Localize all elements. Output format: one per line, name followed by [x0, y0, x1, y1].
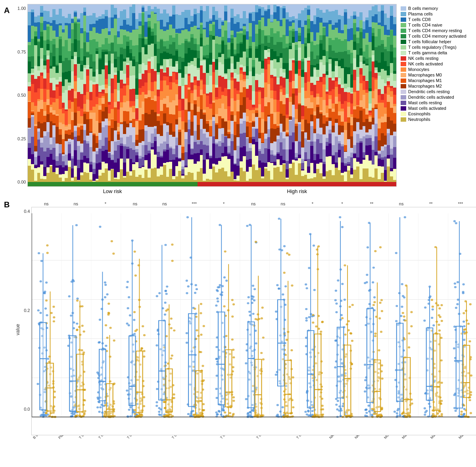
bar-col: [138, 4, 142, 182]
bar-segment: [184, 110, 188, 122]
bar-segment: [120, 102, 123, 108]
bar-segment: [65, 72, 68, 79]
svg-point-1355: [404, 216, 406, 218]
bar-segment: [249, 148, 252, 151]
bar-segment: [304, 98, 307, 106]
bar-segment: [148, 59, 151, 61]
bar-segment: [310, 115, 313, 121]
sig-cell: ***: [446, 198, 476, 207]
bar-segment: [181, 121, 184, 130]
svg-point-923: [278, 218, 280, 220]
x-label-cell: B cells memory: [31, 435, 57, 463]
bar-segment: [387, 78, 390, 81]
bar-segment: [114, 15, 117, 19]
bar-segment: [148, 153, 151, 168]
bar-segment: [52, 4, 56, 9]
bar-segment: [142, 101, 145, 114]
bar-segment: [46, 114, 50, 122]
bar-segment: [338, 78, 341, 84]
bar-segment: [252, 113, 255, 121]
svg-point-696: [223, 276, 226, 278]
svg-point-552: [167, 308, 169, 310]
bar-segment: [328, 91, 332, 95]
svg-point-1203: [349, 306, 351, 308]
bar-segment: [393, 106, 396, 113]
bar-segment: [172, 73, 175, 82]
bar-segment: [138, 79, 142, 88]
bar-segment: [28, 61, 31, 74]
bar-segment: [393, 17, 396, 24]
bar-segment: [181, 12, 184, 28]
bar-segment: [43, 179, 46, 182]
bar-segment: [178, 73, 181, 86]
bar-segment: [46, 4, 50, 11]
bar-segment: [332, 58, 335, 72]
bar-segment: [378, 95, 381, 103]
bar-segment: [52, 172, 56, 182]
bar-segment: [86, 163, 89, 173]
bar-segment: [328, 156, 332, 170]
bar-segment: [381, 133, 384, 146]
bar-segment: [120, 48, 123, 54]
svg-point-736: [218, 411, 221, 413]
bar-segment: [178, 4, 181, 15]
bar-segment: [240, 147, 243, 161]
bar-segment: [117, 127, 120, 131]
bar-col: [129, 4, 132, 182]
bar-segment: [298, 36, 301, 40]
bar-segment: [154, 137, 157, 142]
bar-segment: [243, 11, 246, 24]
bar-segment: [218, 141, 221, 146]
bar-segment: [157, 75, 160, 90]
bar-segment: [31, 12, 34, 26]
bar-segment: [393, 88, 396, 95]
bar-segment: [160, 53, 163, 65]
bar-segment: [328, 99, 332, 109]
svg-point-214: [79, 305, 82, 307]
bar-col: [111, 4, 114, 182]
legend-a-color: [401, 117, 406, 122]
bar-segment: [166, 107, 169, 122]
bar-segment: [341, 68, 344, 84]
bar-segment: [56, 161, 59, 166]
bar-segment: [62, 161, 65, 167]
bar-segment: [31, 39, 34, 56]
bar-segment: [142, 38, 145, 47]
bar-segment: [215, 100, 218, 114]
bar-segment: [224, 75, 227, 79]
bar-segment: [289, 26, 292, 31]
svg-point-348: [129, 314, 131, 316]
bar-segment: [52, 31, 56, 39]
bar-segment: [378, 72, 381, 76]
bar-segment: [59, 39, 62, 56]
bar-segment: [175, 4, 178, 14]
bar-segment: [206, 132, 209, 138]
bar-segment: [142, 47, 145, 63]
bar-segment: [280, 92, 283, 101]
bar-segment: [221, 134, 225, 143]
bar-segment: [381, 26, 384, 40]
svg-point-447: [142, 325, 144, 327]
bar-segment: [240, 161, 243, 168]
bar-segment: [157, 134, 160, 147]
bar-segment: [344, 172, 347, 181]
bar-segment: [114, 89, 117, 102]
bar-segment: [40, 59, 43, 73]
bar-segment: [365, 119, 369, 132]
bar-segment: [114, 130, 117, 141]
bar-segment: [83, 163, 86, 172]
bar-segment: [197, 125, 200, 140]
svg-point-1168: [339, 216, 342, 218]
bar-segment: [188, 102, 191, 111]
svg-point-299: [113, 339, 115, 341]
svg-rect-1222: [337, 327, 344, 398]
bar-segment: [138, 159, 142, 167]
bar-segment: [50, 154, 53, 165]
bar-segment: [92, 13, 96, 23]
bar-segment: [347, 41, 350, 50]
bar-segment: [313, 177, 317, 182]
bar-segment: [96, 33, 99, 42]
bar-segment: [363, 81, 366, 90]
bar-segment: [328, 20, 332, 24]
bar-segment: [230, 111, 234, 115]
